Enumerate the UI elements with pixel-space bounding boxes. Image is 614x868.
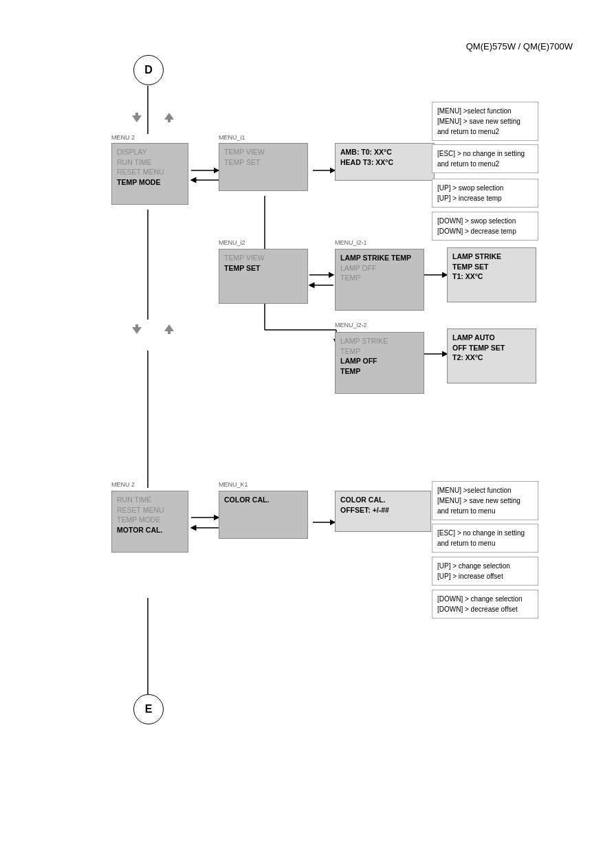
menu-i2-1-lampstrike: LAMP STRIKE TEMP: [340, 253, 419, 263]
menu2-b-motorcal: MOTOR CAL.: [117, 525, 183, 535]
svg-rect-25: [135, 324, 138, 331]
svg-rect-27: [168, 327, 171, 334]
menu-i2-2-lampoff: LAMP OFF: [340, 356, 419, 366]
lamp-auto-box: LAMP AUTO OFF TEMP SET T2: XX°C: [447, 329, 536, 383]
info-box-2: [ESC] > no change in settingand return t…: [432, 144, 538, 173]
menu-i2-tempset: TEMP SET: [224, 263, 303, 274]
menu-k1-label: MENU_K1: [219, 481, 248, 488]
node-e: E: [133, 694, 164, 724]
color-offset-line2: OFFSET: +/-##: [340, 505, 426, 515]
svg-rect-21: [135, 113, 138, 120]
menu2-item-display: DISPLAY: [117, 147, 183, 157]
info-b2-text: [ESC] > no change in settingand return t…: [437, 529, 525, 547]
info-box-bottom-2: [ESC] > no change in settingand return t…: [432, 524, 538, 553]
down-arrow-icon-mid: [129, 322, 144, 337]
up-arrow-icon: [162, 110, 177, 125]
info-b1-text: [MENU] >select function[MENU] > save new…: [437, 487, 520, 515]
lamp-strike-set-line2: TEMP SET: [452, 262, 531, 272]
lamp-strike-set-line1: LAMP STRIKE: [452, 252, 531, 262]
node-d: D: [133, 55, 164, 85]
lamp-strike-set-box: LAMP STRIKE TEMP SET T1: XX°C: [447, 247, 536, 302]
lamp-auto-line3: T2: XX°C: [452, 353, 531, 363]
lamp-auto-line2: OFF TEMP SET: [452, 343, 531, 353]
amb-line2: HEAD T3: XX°C: [340, 157, 429, 168]
menu2-item-tempmode: TEMP MODE: [117, 177, 183, 188]
menu-i2-1-temp: TEMP: [340, 273, 419, 283]
info-box-1: [MENU] >select function[MENU] > save new…: [432, 102, 538, 141]
menu-i1-item-tempset: TEMP SET: [224, 157, 303, 168]
lamp-strike-set-line3: T1: XX°C: [452, 271, 531, 282]
menu-i1-box: TEMP VIEW TEMP SET: [219, 143, 308, 191]
info-1-text: [MENU] >select function[MENU] > save new…: [437, 107, 520, 135]
color-cal-item: COLOR CAL.: [224, 495, 303, 505]
page-title: QM(E)575W / QM(E)700W: [466, 41, 573, 52]
menu2-bottom-box: RUN TIME RESET MENU TEMP MODE MOTOR CAL.: [111, 491, 188, 553]
menu2-item-runtime: RUN TIME: [117, 157, 183, 168]
info-2-text: [ESC] > no change in settingand return t…: [437, 150, 525, 168]
menu2-top-label: MENU 2: [111, 134, 135, 141]
info-b4-text: [DOWN] > change selection[DOWN] > decrea…: [437, 595, 523, 613]
menu-i2-box: TEMP VIEW TEMP SET: [219, 249, 308, 304]
menu2-item-reset: RESET MENU: [117, 167, 183, 177]
menu-i2-2-lampstrike: LAMP STRIKE: [340, 336, 419, 346]
menu2-bottom-label: MENU 2: [111, 481, 135, 488]
menu-i2-2-temp: TEMP: [340, 346, 419, 357]
menu-i2-2-box: LAMP STRIKE TEMP LAMP OFF TEMP: [335, 332, 424, 394]
menu-i2-1-label: MENU_i2-1: [335, 239, 367, 246]
color-cal-box: COLOR CAL.: [219, 491, 308, 539]
menu2-b-tempmode: TEMP MODE: [117, 515, 183, 525]
menu-i1-label: MENU_i1: [219, 134, 245, 141]
amb-line1: AMB: T0: XX°C: [340, 147, 429, 157]
color-offset-line1: COLOR CAL.: [340, 495, 426, 505]
info-4-text: [DOWN] > swop selection[DOWN] > decrease…: [437, 217, 516, 235]
up-arrow-icon-mid: [162, 322, 177, 337]
menu-i1-item-tempview: TEMP VIEW: [224, 147, 303, 157]
menu2-b-runtime: RUN TIME: [117, 495, 183, 505]
menu-i2-tempview: TEMP VIEW: [224, 253, 303, 263]
info-3-text: [UP] > swop selection[UP] > increase tem…: [437, 184, 503, 202]
menu-i2-2-label: MENU_i2-2: [335, 322, 367, 329]
color-cal-offset-box: COLOR CAL. OFFSET: +/-##: [335, 491, 431, 532]
info-box-bottom-3: [UP] > change selection[UP] > increase o…: [432, 557, 538, 586]
info-box-4: [DOWN] > swop selection[DOWN] > decrease…: [432, 212, 538, 241]
menu-i2-1-box: LAMP STRIKE TEMP LAMP OFF TEMP: [335, 249, 424, 311]
info-box-bottom-1: [MENU] >select function[MENU] > save new…: [432, 481, 538, 520]
menu-i2-label: MENU_i2: [219, 239, 245, 246]
menu2-top-box: DISPLAY RUN TIME RESET MENU TEMP MODE: [111, 143, 188, 205]
info-b3-text: [UP] > change selection[UP] > increase o…: [437, 562, 510, 580]
amb-box: AMB: T0: XX°C HEAD T3: XX°C: [335, 143, 435, 181]
menu-i2-1-lampoff: LAMP OFF: [340, 263, 419, 274]
lamp-auto-line1: LAMP AUTO: [452, 333, 531, 343]
menu-i2-2-temp2: TEMP: [340, 366, 419, 377]
svg-rect-23: [168, 115, 171, 122]
down-arrow-icon: [129, 110, 144, 125]
info-box-3: [UP] > swop selection[UP] > increase tem…: [432, 179, 538, 208]
info-box-bottom-4: [DOWN] > change selection[DOWN] > decrea…: [432, 590, 538, 619]
menu2-b-reset: RESET MENU: [117, 505, 183, 515]
